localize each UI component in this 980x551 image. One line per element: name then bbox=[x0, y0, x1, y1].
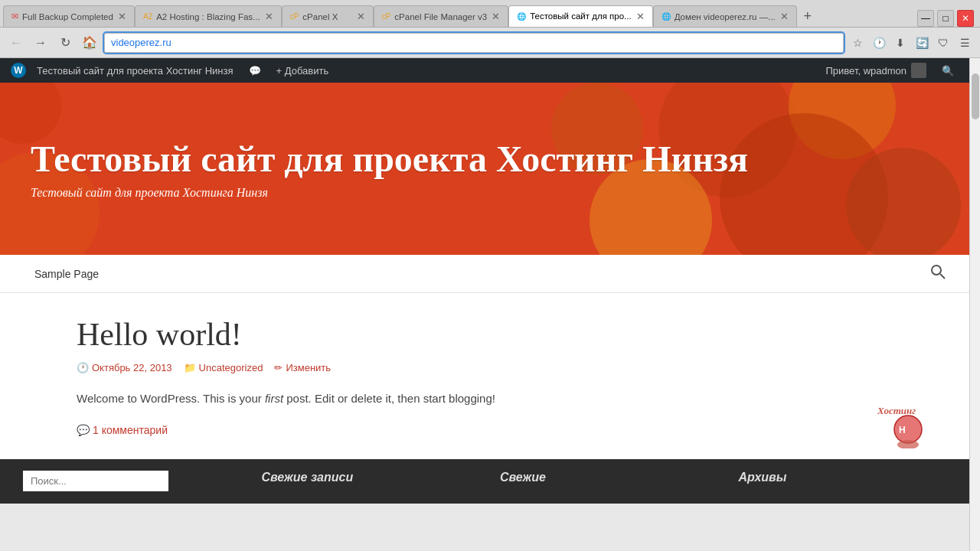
tab-4[interactable]: cP cPanel File Manager v3 ✕ bbox=[374, 5, 508, 27]
post-text-after: post. Edit or delete it, then start blog… bbox=[283, 392, 495, 405]
footer-search-col bbox=[23, 471, 231, 491]
content-area: W Тестовый сайт для проекта Хостинг Нинз… bbox=[0, 58, 969, 551]
address-input[interactable] bbox=[104, 33, 844, 53]
tab-2[interactable]: A2 A2 Hosting : Blazing Fas... ✕ bbox=[135, 5, 282, 27]
svg-text:Н: Н bbox=[899, 425, 906, 435]
search-icon: 🔍 bbox=[942, 65, 954, 77]
wp-admin-bar-site-title[interactable]: Тестовый сайт для проекта Хостинг Нинзя bbox=[29, 58, 241, 83]
svg-text:Хостинг: Хостинг bbox=[877, 405, 916, 416]
comment-count-link[interactable]: 💬 1 комментарий bbox=[77, 424, 168, 436]
wp-logo-text: W bbox=[14, 65, 22, 76]
site-name-label: Тестовый сайт для проекта Хостинг Нинзя bbox=[37, 65, 234, 77]
tab-5-close[interactable]: ✕ bbox=[636, 11, 645, 21]
nav-search-icon[interactable] bbox=[929, 263, 946, 284]
tab-3-icon: cP bbox=[290, 12, 299, 21]
site-tagline: Тестовый сайт для проекта Хостинга Нинзя bbox=[31, 186, 748, 200]
tab-3[interactable]: cP cPanel X ✕ bbox=[282, 5, 374, 27]
nav-sample-page[interactable]: Sample Page bbox=[23, 268, 110, 280]
address-bar: ← → ↻ 🏠 ☆ 🕐 ⬇ 🔄 🛡 ☰ bbox=[0, 28, 980, 58]
tab-4-close[interactable]: ✕ bbox=[492, 11, 500, 21]
footer-archives-col: Архивы bbox=[739, 471, 947, 492]
browser-frame: ✉ Full Backup Completed ✕ A2 A2 Hosting … bbox=[0, 0, 980, 551]
wp-admin-bar-new[interactable]: + Добавить bbox=[269, 58, 337, 83]
wp-logo[interactable]: W bbox=[8, 60, 29, 81]
site-nav: Sample Page bbox=[0, 255, 969, 293]
avast-icon[interactable]: 🛡 bbox=[934, 34, 952, 52]
comment-icon: 💬 bbox=[249, 65, 261, 77]
tab-5-label: Тестовый сайт для про... bbox=[530, 11, 632, 21]
browser-content: W Тестовый сайт для проекта Хостинг Нинз… bbox=[0, 58, 980, 551]
tab-bar: ✉ Full Backup Completed ✕ A2 A2 Hosting … bbox=[0, 0, 980, 28]
history-icon[interactable]: 🕐 bbox=[870, 34, 888, 52]
toolbar-icons: ☆ 🕐 ⬇ 🔄 🛡 ☰ bbox=[848, 34, 974, 52]
tab-4-icon: cP bbox=[382, 12, 391, 21]
footer-recent-posts-col: Свежие записи bbox=[262, 471, 470, 492]
refresh-button[interactable]: ↻ bbox=[55, 33, 75, 53]
avatar bbox=[911, 63, 926, 78]
scrollbar-thumb[interactable] bbox=[972, 73, 979, 119]
footer-search bbox=[23, 471, 231, 491]
post-meta: 🕐 Октябрь 22, 2013 📁 Uncategorized ✏ Изм… bbox=[77, 362, 893, 373]
tab-1-label: Full Backup Completed bbox=[22, 12, 113, 21]
download-icon[interactable]: ⬇ bbox=[891, 34, 910, 52]
wp-admin-bar-comments[interactable]: 💬 bbox=[241, 58, 269, 83]
edit-icon: ✏ bbox=[274, 362, 283, 373]
tab-4-label: cPanel File Manager v3 bbox=[394, 12, 487, 21]
tab-3-close[interactable]: ✕ bbox=[357, 11, 365, 21]
tab-2-close[interactable]: ✕ bbox=[265, 11, 273, 21]
scrollbar[interactable] bbox=[969, 58, 980, 551]
post-category[interactable]: Uncategorized bbox=[199, 362, 263, 373]
ninja-logo: Хостинг Н bbox=[870, 387, 946, 452]
home-button[interactable]: 🏠 bbox=[80, 33, 100, 53]
svg-line-9 bbox=[940, 274, 945, 279]
minimize-button[interactable]: — bbox=[917, 10, 934, 27]
footer-archives-title: Архивы bbox=[739, 471, 947, 484]
wp-admin-bar-search[interactable]: 🔍 bbox=[934, 58, 962, 83]
tab-6-icon: 🌐 bbox=[662, 12, 671, 21]
back-button[interactable]: ← bbox=[6, 33, 26, 53]
menu-icon[interactable]: ☰ bbox=[956, 34, 974, 52]
post-title: Hello world! bbox=[77, 316, 893, 353]
tab-5-icon: 🌐 bbox=[517, 12, 526, 21]
svg-point-8 bbox=[932, 266, 941, 275]
close-button[interactable]: ✕ bbox=[957, 10, 974, 27]
footer-recent-comments-title: Свежие bbox=[500, 471, 708, 484]
folder-icon: 📁 bbox=[184, 362, 196, 373]
footer-recent-posts-title: Свежие записи bbox=[262, 471, 470, 484]
forward-button[interactable]: → bbox=[31, 33, 51, 53]
tab-5[interactable]: 🌐 Тестовый сайт для про... ✕ bbox=[508, 5, 653, 27]
bookmark-icon[interactable]: ☆ bbox=[848, 34, 867, 52]
post-category-item: 📁 Uncategorized bbox=[184, 362, 263, 373]
post-date[interactable]: Октябрь 22, 2013 bbox=[92, 362, 172, 373]
greeting-text: Привет, wpadmon bbox=[826, 65, 907, 77]
wp-admin-bar: W Тестовый сайт для проекта Хостинг Нинз… bbox=[0, 58, 969, 83]
site-title: Тестовый сайт для проекта Хостинг Нинзя bbox=[31, 138, 748, 180]
post-text-before: Welcome to WordPress. This is your bbox=[77, 392, 265, 405]
site-footer: Свежие записи Свежие Архивы bbox=[0, 459, 969, 504]
tab-6[interactable]: 🌐 Домен videoperez.ru —... ✕ bbox=[653, 5, 797, 27]
wp-logo-circle: W bbox=[11, 63, 26, 78]
tab-2-icon: A2 bbox=[143, 12, 152, 21]
tab-1[interactable]: ✉ Full Backup Completed ✕ bbox=[3, 5, 135, 27]
site-hero: Тестовый сайт для проекта Хостинг Нинзя … bbox=[0, 83, 969, 255]
tab-3-label: cPanel X bbox=[302, 12, 351, 21]
sync-icon[interactable]: 🔄 bbox=[913, 34, 931, 52]
clock-icon: 🕐 bbox=[77, 362, 89, 373]
tab-6-close[interactable]: ✕ bbox=[780, 11, 789, 21]
post-content: Welcome to WordPress. This is your first… bbox=[77, 389, 893, 409]
comment-count-text: 1 комментарий bbox=[93, 424, 168, 436]
tab-2-label: A2 Hosting : Blazing Fas... bbox=[156, 12, 260, 21]
tab-6-label: Домен videoperez.ru —... bbox=[675, 12, 776, 21]
post-text-em: first bbox=[265, 392, 283, 405]
post-footer: 💬 1 комментарий bbox=[77, 424, 893, 436]
ninja-logo-svg: Хостинг Н bbox=[870, 387, 946, 448]
tab-1-close[interactable]: ✕ bbox=[118, 11, 126, 21]
wp-admin-bar-greeting[interactable]: Привет, wpadmon bbox=[818, 58, 935, 83]
footer-recent-comments-col: Свежие bbox=[500, 471, 708, 492]
footer-search-input[interactable] bbox=[23, 471, 168, 491]
new-tab-button[interactable]: + bbox=[797, 5, 818, 27]
post-edit-link[interactable]: Изменить bbox=[286, 362, 331, 373]
comment-link-icon: 💬 bbox=[77, 424, 90, 436]
maximize-button[interactable]: □ bbox=[937, 10, 954, 27]
search-icon-svg bbox=[929, 263, 946, 280]
